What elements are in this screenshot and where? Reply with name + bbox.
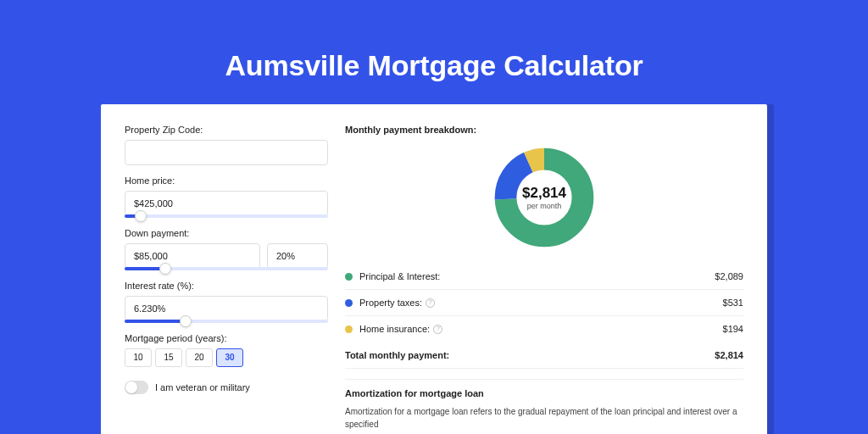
interest-slider[interactable] [125,320,328,323]
down-payment-input[interactable] [125,243,260,269]
down-payment-slider-thumb[interactable] [159,263,171,275]
amortization-title: Amortization for mortgage loan [345,388,743,398]
donut-center: $2,814 per month [493,147,595,248]
legend-label: Home insurance: ? [359,324,723,334]
legend-dot-icon [345,326,353,333]
legend-dot-icon [345,273,353,281]
veteran-label: I am veteran or military [155,382,250,392]
legend-dot-icon [345,299,353,307]
home-price-field: Home price: [125,175,328,218]
interest-slider-fill [125,320,186,323]
period-field: Mortgage period (years): 10152030 [125,333,328,367]
home-price-slider[interactable] [125,214,328,218]
legend-total-value: $2,814 [715,350,743,360]
interest-input[interactable] [125,296,328,321]
down-payment-label: Down payment: [125,228,328,238]
veteran-row: I am veteran or military [125,381,328,394]
down-payment-slider[interactable] [125,267,328,270]
interest-label: Interest rate (%): [125,281,328,291]
zip-input[interactable] [125,140,328,165]
zip-label: Property Zip Code: [125,125,328,135]
legend-total-label: Total monthly payment: [345,350,715,360]
down-payment-pct-input[interactable] [267,243,328,269]
period-button-15[interactable]: 15 [155,348,182,367]
page-title: Aumsville Mortgage Calculator [0,0,868,104]
zip-field: Property Zip Code: [125,125,328,165]
info-icon[interactable]: ? [426,298,435,308]
amortization-text: Amortization for a mortgage loan refers … [345,405,743,431]
legend-label: Principal & Interest: [359,271,715,281]
legend-total-row: Total monthly payment: $2,814 [345,342,743,369]
period-button-10[interactable]: 10 [125,348,152,367]
period-button-20[interactable]: 20 [186,348,213,367]
period-button-30[interactable]: 30 [216,348,243,367]
donut-chart-wrap: $2,814 per month [345,140,743,264]
legend-value: $194 [723,324,743,334]
legend-value: $531 [723,298,743,308]
legend-row: Home insurance: ?$194 [345,316,743,342]
section-divider [345,379,743,380]
info-icon[interactable]: ? [433,325,442,334]
donut-amount: $2,814 [522,185,566,202]
down-payment-field: Down payment: [125,228,328,270]
interest-slider-thumb[interactable] [180,315,192,327]
legend-row: Property taxes: ?$531 [345,290,743,316]
legend-label: Property taxes: ? [359,298,723,308]
donut-sub: per month [527,202,562,210]
legend-row: Principal & Interest:$2,089 [345,264,743,290]
breakdown-title: Monthly payment breakdown: [345,125,743,135]
calculator-card: Property Zip Code: Home price: Down paym… [101,104,767,434]
home-price-slider-thumb[interactable] [135,210,147,222]
inputs-column: Property Zip Code: Home price: Down paym… [125,125,328,423]
interest-field: Interest rate (%): [125,281,328,323]
legend-value: $2,089 [715,271,743,281]
results-column: Monthly payment breakdown: $2,814 per mo… [345,125,743,423]
legend: Principal & Interest:$2,089Property taxe… [345,264,743,342]
donut-chart: $2,814 per month [493,147,595,248]
home-price-label: Home price: [125,175,328,186]
period-options: 10152030 [125,348,328,367]
home-price-input[interactable] [125,191,328,216]
veteran-toggle[interactable] [125,381,148,394]
period-label: Mortgage period (years): [125,333,328,343]
